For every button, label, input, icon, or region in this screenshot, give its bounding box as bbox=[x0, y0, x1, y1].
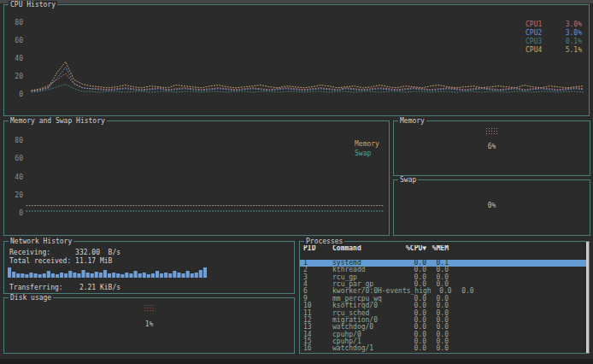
memswap-history-title: Memory and Swap History bbox=[9, 117, 107, 125]
column-header-mem[interactable]: %MEM bbox=[426, 245, 449, 252]
network-total-received-line: Total received: 11.17 MiB bbox=[9, 257, 112, 265]
command-cell: watchdog/1 bbox=[332, 345, 406, 352]
cpu-history-title: CPU History bbox=[9, 1, 57, 9]
row-filler bbox=[449, 317, 586, 324]
processes-scrollbar[interactable] bbox=[586, 242, 589, 353]
mem-cell: 0.0 bbox=[452, 288, 474, 295]
processes-title: Processes bbox=[304, 238, 344, 245]
yaxis-tick-label: 40 bbox=[11, 174, 23, 181]
cpu-legend: CPU13.0%CPU23.0%CPU30.1%CPU45.1% bbox=[525, 21, 582, 54]
receiving-value: 332.00 B/s bbox=[50, 249, 120, 256]
row-filler bbox=[449, 296, 586, 302]
yaxis-tick-label: 60 bbox=[11, 156, 23, 162]
memswap-history-chart bbox=[25, 135, 387, 215]
disk-percent: 1% bbox=[4, 320, 294, 328]
processes-header-row: PIDCommand%CPU▼%MEM bbox=[300, 245, 586, 252]
memory-percent: 6% bbox=[394, 143, 590, 150]
total-received-label: Total received: bbox=[9, 257, 71, 265]
cpu-history-chart bbox=[26, 17, 590, 96]
receiving-label: Receiving: bbox=[9, 249, 50, 256]
cpu-legend-value: 3.0% bbox=[566, 29, 582, 37]
pid-cell: 1 bbox=[303, 260, 332, 267]
swap-title: Swap bbox=[398, 176, 418, 184]
app-window: { "colors": { "background": "#2b2b2b", "… bbox=[0, 0, 593, 364]
pid-cell: 2 bbox=[303, 267, 332, 273]
column-header-command[interactable]: Command bbox=[332, 245, 406, 252]
row-filler bbox=[449, 324, 586, 331]
pid-cell: 4 bbox=[303, 281, 332, 288]
disk-gauge-dots bbox=[144, 304, 155, 312]
cpu-legend-entry: CPU45.1% bbox=[525, 46, 582, 54]
cpu-legend-value: 3.0% bbox=[566, 21, 582, 28]
pid-cell: 16 bbox=[303, 345, 332, 352]
network-receiving-line: Receiving: 332.00 B/s bbox=[9, 249, 120, 256]
yaxis-tick-label: 40 bbox=[11, 56, 23, 62]
network-transferring-line: Transferring: 2.21 KiB/s bbox=[9, 284, 120, 291]
network-history-panel: Network History Receiving: 332.00 B/s To… bbox=[3, 241, 295, 294]
processes-table: PIDCommand%CPU▼%MEM1systemd0.00.12kthrea… bbox=[300, 245, 586, 352]
cpu-legend-name: CPU2 bbox=[525, 29, 542, 37]
cpu-legend-name: CPU3 bbox=[525, 38, 542, 45]
row-filler bbox=[449, 338, 586, 345]
row-filler bbox=[449, 267, 586, 273]
row-filler bbox=[449, 260, 586, 267]
mem-cell: 0.0 bbox=[426, 345, 449, 352]
cpu-legend-value: 0.1% bbox=[566, 38, 582, 45]
yaxis-tick-label: 0 bbox=[11, 91, 23, 98]
yaxis-tick-label: 20 bbox=[11, 73, 23, 80]
memswap-legend-entry: Memory bbox=[355, 140, 379, 149]
cpu-legend-entry: CPU13.0% bbox=[525, 21, 582, 28]
total-received-value: 11.17 MiB bbox=[71, 257, 112, 265]
processes-panel: Processes PIDCommand%CPU▼%MEM1systemd0.0… bbox=[299, 241, 590, 354]
swap-percent: 0% bbox=[394, 202, 590, 209]
yaxis-tick-label: 20 bbox=[11, 192, 23, 199]
cpu-history-panel: CPU History 806040200 CPU13.0%CPU23.0%CP… bbox=[3, 4, 590, 116]
pid-cell: 3 bbox=[303, 274, 332, 281]
transferring-label: Transferring: bbox=[9, 284, 63, 291]
window-bottom-edge bbox=[0, 359, 593, 364]
column-header-pid[interactable]: PID bbox=[303, 245, 332, 252]
row-filler bbox=[449, 345, 586, 352]
memswap-history-panel: Memory and Swap History 806040200 Memory… bbox=[3, 120, 390, 236]
yaxis-tick-label: 0 bbox=[11, 210, 23, 217]
network-history-title: Network History bbox=[9, 238, 73, 245]
cpu-legend-entry: CPU23.0% bbox=[525, 29, 582, 37]
yaxis-tick-label: 80 bbox=[11, 20, 23, 26]
pid-cell: 6 bbox=[303, 288, 332, 295]
cpu-legend-name: CPU1 bbox=[525, 21, 542, 28]
row-filler bbox=[449, 274, 586, 281]
yaxis-tick-label: 60 bbox=[11, 38, 23, 44]
cpu-legend-entry: CPU30.1% bbox=[525, 38, 582, 45]
process-row[interactable]: 16watchdog/10.00.0 bbox=[300, 345, 586, 352]
window-top-edge bbox=[0, 0, 593, 3]
row-filler bbox=[449, 332, 586, 338]
row-filler bbox=[449, 302, 586, 309]
disk-usage-panel: Disk usage 1% bbox=[3, 297, 295, 354]
memory-gauge-dots bbox=[485, 127, 499, 135]
cpu-legend-name: CPU4 bbox=[525, 46, 542, 54]
network-history-chart bbox=[8, 266, 208, 278]
row-filler bbox=[449, 310, 586, 317]
cpu-legend-value: 5.1% bbox=[566, 46, 582, 54]
transferring-value: 2.21 KiB/s bbox=[63, 284, 120, 291]
row-filler bbox=[474, 288, 586, 295]
header-filler bbox=[449, 245, 586, 252]
memswap-legend: MemorySwap bbox=[355, 140, 379, 158]
memory-panel: Memory 6% bbox=[393, 120, 590, 176]
disk-usage-title: Disk usage bbox=[9, 294, 53, 302]
memswap-legend-entry: Swap bbox=[355, 150, 379, 158]
cpu-cell: 0.0 bbox=[406, 345, 426, 352]
yaxis-tick-label: 80 bbox=[11, 138, 23, 144]
column-header-cpu[interactable]: %CPU▼ bbox=[406, 245, 426, 252]
swap-panel: Swap 0% bbox=[393, 179, 590, 236]
memory-title: Memory bbox=[398, 117, 426, 125]
